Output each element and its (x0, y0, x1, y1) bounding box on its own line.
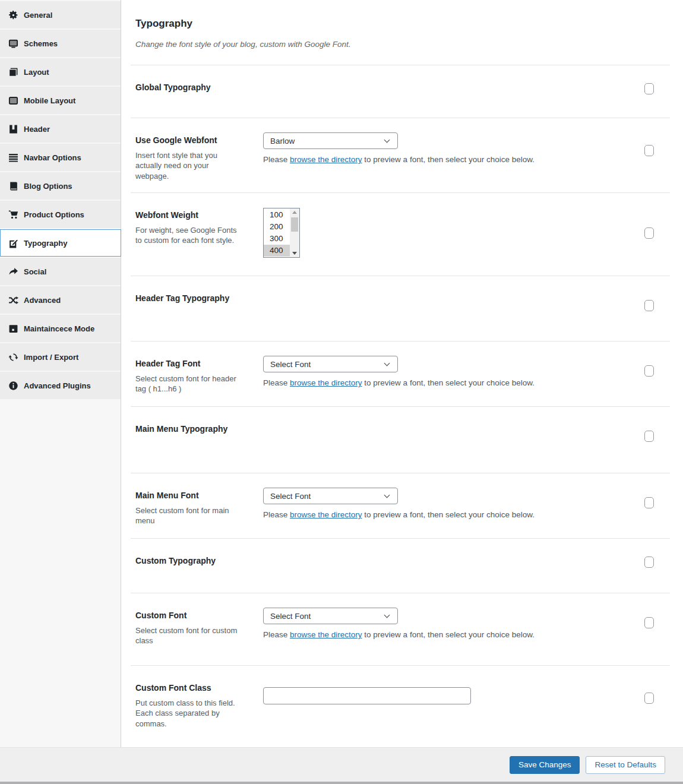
use-google-webfont-checkbox[interactable] (644, 145, 654, 156)
custom-typography-checkbox[interactable] (644, 557, 654, 568)
weight-option-300[interactable]: 300 (264, 233, 290, 245)
actions-footer: Save Changes Reset to Defaults (0, 747, 683, 784)
sidebar-item-general[interactable]: General (0, 1, 121, 29)
row-description: For weight, see Google Fonts to custom f… (135, 225, 238, 246)
sidebar-item-advanced-plugins[interactable]: Advanced Plugins (0, 372, 121, 399)
webfont-weight-checkbox[interactable] (644, 227, 654, 239)
edit-icon (8, 238, 18, 248)
share-icon (8, 267, 18, 277)
book-icon (8, 181, 18, 191)
sidebar-item-label: General (24, 11, 52, 20)
header-tag-font-checkbox[interactable] (644, 365, 654, 377)
header-tag-font-select[interactable]: Select Font (263, 356, 398, 372)
page-header: Typography Change the font style of your… (131, 0, 670, 65)
browse-directory-link[interactable]: browse the directory (290, 510, 362, 519)
header-tag-typography-checkbox[interactable] (644, 300, 654, 311)
weight-option-400-selected[interactable]: 400 (264, 245, 290, 257)
sidebar-item-product-options[interactable]: Product Options (0, 201, 121, 228)
chevron-down-icon (384, 137, 390, 143)
row-label: Main Menu Font (135, 490, 238, 502)
chevron-down-icon (384, 492, 390, 498)
sidebar-item-label: Advanced Plugins (24, 381, 91, 390)
custom-font-checkbox[interactable] (644, 617, 654, 628)
sidebar-item-label: Product Options (24, 210, 84, 219)
custom-font-row: Custom Font Select custom font for custo… (131, 593, 670, 666)
maintenance-screen-icon (8, 324, 18, 334)
row-label: Global Typography (135, 82, 238, 94)
sidebar-item-label: Advanced (24, 296, 61, 305)
layers-icon (8, 67, 18, 77)
sidebar-item-label: Header (24, 125, 50, 134)
sidebar-item-label: Typography (24, 239, 67, 248)
custom-font-class-checkbox[interactable] (644, 693, 654, 704)
row-label: Custom Typography (135, 555, 238, 567)
row-description: Put custom class to this field. Each cla… (135, 698, 238, 729)
row-label: Use Google Webfont (135, 135, 238, 147)
sidebar-item-label: Import / Export (24, 353, 78, 362)
main-menu-font-select[interactable]: Select Font (263, 488, 398, 504)
sidebar-item-label: Mobile Layout (24, 96, 75, 105)
info-icon (8, 381, 18, 391)
scroll-up-icon[interactable] (290, 208, 299, 216)
tablet-icon (8, 96, 18, 106)
sidebar-item-header[interactable]: Header (0, 115, 121, 143)
cart-icon (8, 210, 18, 220)
global-typography-row: Global Typography (131, 65, 670, 118)
save-changes-button[interactable]: Save Changes (510, 756, 580, 774)
custom-font-class-row: Custom Font Class Put custom class to th… (131, 666, 670, 747)
sidebar-item-advanced[interactable]: Advanced (0, 286, 121, 314)
font-directory-hint: Please browse the directory to preview a… (263, 155, 634, 164)
hamburger-icon (8, 153, 18, 163)
header-tag-font-row: Header Tag Font Select custom font for h… (131, 342, 670, 407)
webfont-weight-listbox[interactable]: 100 200 300 400 (263, 208, 300, 258)
sidebar-item-layout[interactable]: Layout (0, 58, 121, 86)
typography-settings-panel: Typography Change the font style of your… (121, 0, 683, 747)
reset-to-defaults-button[interactable]: Reset to Defaults (586, 756, 665, 774)
select-value: Barlow (270, 137, 295, 146)
scrollbar-thumb[interactable] (291, 217, 298, 232)
sidebar-item-schemes[interactable]: Schemes (0, 30, 121, 57)
main-menu-typography-checkbox[interactable] (644, 431, 654, 442)
row-label: Main Menu Typography (135, 423, 238, 435)
shuffle-icon (8, 295, 18, 305)
custom-typography-row: Custom Typography (131, 539, 670, 593)
gear-icon (8, 10, 18, 20)
header-tag-typography-row: Header Tag Typography (131, 276, 670, 342)
weight-option-200[interactable]: 200 (264, 221, 290, 233)
sidebar-item-social[interactable]: Social (0, 258, 121, 285)
sidebar-item-blog-options[interactable]: Blog Options (0, 172, 121, 200)
sidebar-item-label: Maintaincece Mode (24, 324, 94, 333)
webfont-weight-row: Webfont Weight For weight, see Google Fo… (131, 193, 670, 276)
settings-sidebar: General Schemes Layout Mobile Layout Hea… (0, 0, 121, 747)
listbox-scrollbar[interactable] (290, 208, 299, 257)
font-directory-hint: Please browse the directory to preview a… (263, 378, 634, 387)
row-description: Insert font style that you actually need… (135, 150, 238, 182)
header-icon (8, 124, 18, 134)
sidebar-item-navbar-options[interactable]: Navbar Options (0, 144, 121, 171)
global-typography-checkbox[interactable] (644, 83, 654, 94)
custom-font-select[interactable]: Select Font (263, 608, 398, 624)
main-menu-font-checkbox[interactable] (644, 497, 654, 508)
scroll-down-icon[interactable] (290, 249, 299, 257)
monitor-icon (8, 39, 18, 49)
row-label: Custom Font Class (135, 682, 238, 694)
weight-option-100[interactable]: 100 (264, 209, 290, 221)
browse-directory-link[interactable]: browse the directory (290, 630, 362, 639)
main-menu-typography-row: Main Menu Typography (131, 407, 670, 473)
browse-directory-link[interactable]: browse the directory (290, 378, 362, 387)
select-value: Select Font (270, 612, 311, 621)
sidebar-item-maintaincece-mode[interactable]: Maintaincece Mode (0, 315, 121, 342)
sidebar-item-mobile-layout[interactable]: Mobile Layout (0, 87, 121, 114)
sidebar-item-typography[interactable]: Typography (0, 229, 121, 257)
page-subtitle: Change the font style of your blog, cust… (135, 40, 670, 49)
select-value: Select Font (270, 360, 311, 369)
font-directory-hint: Please browse the directory to preview a… (263, 630, 634, 639)
sidebar-item-label: Navbar Options (24, 153, 81, 162)
main-menu-font-row: Main Menu Font Select custom font for ma… (131, 473, 670, 539)
custom-font-class-input[interactable] (263, 687, 471, 704)
select-value: Select Font (270, 492, 311, 501)
browse-directory-link[interactable]: browse the directory (290, 155, 362, 164)
sidebar-item-import-export[interactable]: Import / Export (0, 343, 121, 371)
google-webfont-select[interactable]: Barlow (263, 132, 398, 149)
row-label: Header Tag Typography (135, 293, 238, 305)
